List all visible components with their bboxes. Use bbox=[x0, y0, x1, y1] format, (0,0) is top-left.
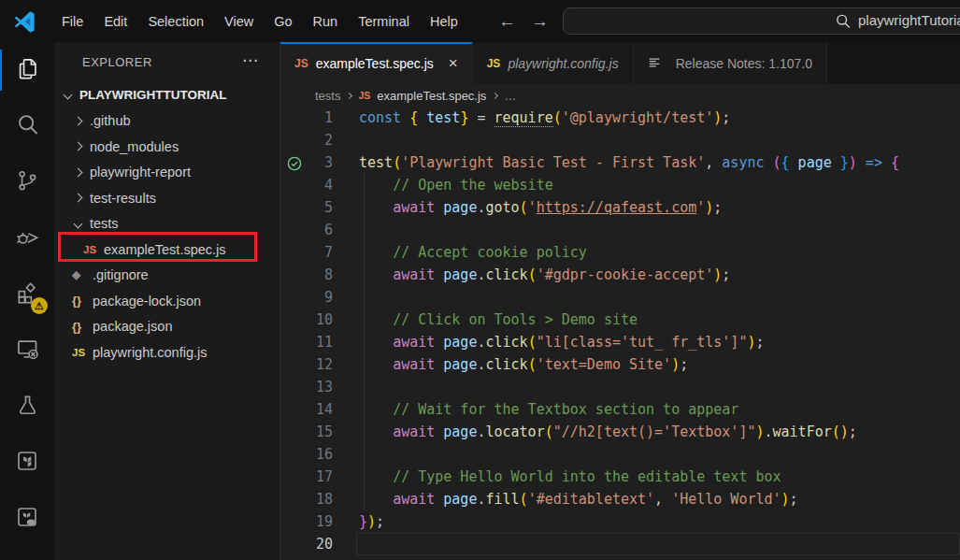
code-line-13[interactable]: 13 bbox=[280, 376, 960, 398]
code-line-17[interactable]: 17 // Type Hello World into the editable… bbox=[280, 466, 960, 488]
activity-remote-explorer-button[interactable] bbox=[0, 323, 54, 379]
remote-explorer-icon bbox=[15, 337, 40, 366]
tab-release-notes-1-107-0[interactable]: Release Notes: 1.107.0 bbox=[634, 42, 827, 84]
forward-icon[interactable]: → bbox=[531, 11, 549, 32]
code-line-9[interactable]: 9 bbox=[280, 286, 960, 309]
tree-item-label: node_modules bbox=[90, 139, 179, 154]
js-file-icon: JS bbox=[72, 347, 93, 358]
line-content: // Click on Tools > Demo site bbox=[359, 309, 638, 331]
code-line-5[interactable]: 5 await page.goto('https://qafeast.com')… bbox=[280, 196, 960, 219]
chevron-down-icon bbox=[74, 219, 83, 228]
menu-item-selection[interactable]: Selection bbox=[137, 8, 214, 35]
line-number: 1 bbox=[280, 107, 333, 129]
code-line-15[interactable]: 15 await page.locator("//h2[text()='Text… bbox=[280, 421, 960, 443]
line-content: // Open the website bbox=[359, 174, 553, 196]
tree-item--gitignore[interactable]: ◆.gitignore bbox=[54, 263, 279, 289]
tab-bar: JSexampleTest.spec.js×JSplaywright.confi… bbox=[280, 42, 960, 84]
activity-files-button[interactable] bbox=[0, 42, 54, 98]
code-line-6[interactable]: 6 bbox=[280, 219, 960, 241]
activity-run-debug-button[interactable] bbox=[0, 210, 54, 266]
code-line-10[interactable]: 10 // Click on Tools > Demo site bbox=[280, 309, 960, 331]
tree-item-playwrighttutorial[interactable]: PLAYWRIGHTTUTORIAL bbox=[54, 82, 279, 108]
code-line-20[interactable]: 20 bbox=[280, 533, 960, 555]
code-line-8[interactable]: 8 await page.click('#gdpr-cookie-accept'… bbox=[280, 264, 960, 286]
vscode-logo-icon bbox=[12, 9, 36, 34]
menu-item-file[interactable]: File bbox=[51, 8, 93, 35]
testing-icon bbox=[15, 393, 40, 422]
nav-arrows: ← → bbox=[498, 0, 549, 42]
tree-item-package-lock-json[interactable]: {}package-lock.json bbox=[54, 288, 279, 314]
file-tree: PLAYWRIGHTTUTORIAL.githubnode_modulespla… bbox=[54, 82, 279, 366]
code-line-2[interactable]: 2 bbox=[280, 129, 960, 151]
indent-guide bbox=[364, 443, 365, 466]
line-content: test('Playwright Basic Test - First Task… bbox=[359, 151, 899, 174]
menu-item-terminal[interactable]: Terminal bbox=[348, 8, 420, 35]
activity-source-control-button[interactable] bbox=[0, 154, 54, 210]
activity-testing-button[interactable] bbox=[0, 379, 54, 435]
code-line-3[interactable]: 3test('Playwright Basic Test - First Tas… bbox=[280, 151, 960, 174]
code-line-7[interactable]: 7 // Accept cookie policy bbox=[280, 241, 960, 264]
tree-item-tests[interactable]: tests bbox=[54, 211, 279, 237]
explorer-sidebar: EXPLORER ⋯ PLAYWRIGHTTUTORIAL.githubnode… bbox=[54, 42, 280, 560]
code-line-4[interactable]: 4 // Open the website bbox=[280, 174, 960, 196]
line-number: 12 bbox=[280, 353, 333, 376]
breadcrumb-item[interactable]: tests bbox=[315, 89, 340, 103]
title-bar: FileEditSelectionViewGoRunTerminalHelp ←… bbox=[0, 0, 960, 42]
code-editor[interactable]: 1const { test} = require('@playwright/te… bbox=[280, 107, 960, 560]
breadcrumb-item[interactable]: exampleTest.spec.js bbox=[377, 89, 486, 103]
activity-terraform-button[interactable] bbox=[0, 435, 54, 491]
activity-search-button[interactable] bbox=[0, 98, 54, 154]
tree-item-playwright-report[interactable]: playwright-report bbox=[54, 160, 279, 186]
breadcrumb[interactable]: testsJSexampleTest.spec.js… bbox=[280, 84, 960, 107]
line-number: 2 bbox=[280, 129, 333, 151]
tab-exampletest-spec-js[interactable]: JSexampleTest.spec.js× bbox=[280, 42, 473, 84]
code-line-1[interactable]: 1const { test} = require('@playwright/te… bbox=[280, 107, 960, 129]
tree-item-node-modules[interactable]: node_modules bbox=[54, 134, 279, 160]
menu-item-edit[interactable]: Edit bbox=[93, 8, 137, 35]
tree-item--github[interactable]: .github bbox=[54, 108, 279, 135]
menu-item-view[interactable]: View bbox=[214, 8, 264, 35]
git-file-icon: ◆ bbox=[72, 268, 93, 281]
tree-item-label: .gitignore bbox=[93, 267, 149, 282]
code-line-16[interactable]: 16 bbox=[280, 443, 960, 466]
menu-item-run[interactable]: Run bbox=[303, 8, 349, 35]
more-actions-icon[interactable]: ⋯ bbox=[242, 50, 259, 70]
tree-item-test-results[interactable]: test-results bbox=[54, 185, 279, 211]
tab-playwright-config-js[interactable]: JSplaywright.config.js bbox=[473, 42, 634, 84]
js-file-icon: JS bbox=[83, 244, 104, 255]
back-icon[interactable]: ← bbox=[498, 11, 516, 32]
breadcrumb-item[interactable]: … bbox=[504, 89, 516, 103]
js-file-icon: JS bbox=[358, 90, 370, 101]
line-number: 16 bbox=[280, 443, 333, 466]
activity-terraform-cloud-button[interactable] bbox=[0, 491, 54, 547]
line-content: await page.click('#gdpr-cookie-accept'); bbox=[359, 264, 730, 286]
menu-item-help[interactable]: Help bbox=[420, 8, 468, 35]
terraform-icon bbox=[15, 449, 39, 477]
tab-label: playwright.config.js bbox=[508, 56, 618, 71]
line-content: await page.fill('#editabletext', 'Hello … bbox=[359, 488, 798, 510]
tree-item-playwright-config-js[interactable]: JSplaywright.config.js bbox=[54, 339, 279, 366]
code-line-12[interactable]: 12 await page.click('text=Demo Site'); bbox=[280, 353, 960, 376]
menu-item-go[interactable]: Go bbox=[264, 8, 302, 35]
tree-item-label: playwright.config.js bbox=[93, 345, 208, 360]
line-number: 9 bbox=[280, 286, 333, 309]
code-line-11[interactable]: 11 await page.click("li[class='tut_ fr_t… bbox=[280, 331, 960, 353]
tree-item-label: exampleTest.spec.js bbox=[104, 242, 226, 257]
code-line-19[interactable]: 19}); bbox=[280, 510, 960, 533]
tree-item-exampletest-spec-js[interactable]: JSexampleTest.spec.js bbox=[54, 237, 279, 263]
line-number: 19 bbox=[280, 510, 333, 533]
command-center[interactable]: playwrightTutorial bbox=[563, 7, 960, 35]
code-line-14[interactable]: 14 // Wait for the Textbox section to ap… bbox=[280, 398, 960, 421]
chevron-right-icon bbox=[74, 142, 83, 151]
line-content: await page.goto('https://qafeast.com'); bbox=[359, 196, 722, 219]
line-number: 14 bbox=[280, 398, 333, 421]
activity-extensions-button[interactable]: ⚠ bbox=[0, 266, 54, 323]
tree-item-package-json[interactable]: {}package.json bbox=[54, 314, 279, 340]
code-line-18[interactable]: 18 await page.fill('#editabletext', 'Hel… bbox=[280, 488, 960, 510]
line-number: 20 bbox=[280, 533, 333, 555]
tree-item-label: test-results bbox=[90, 191, 156, 206]
indent-guide bbox=[364, 286, 365, 309]
close-icon[interactable]: × bbox=[449, 54, 458, 73]
js-file-icon: JS bbox=[487, 57, 501, 70]
indent-guide bbox=[364, 219, 365, 241]
